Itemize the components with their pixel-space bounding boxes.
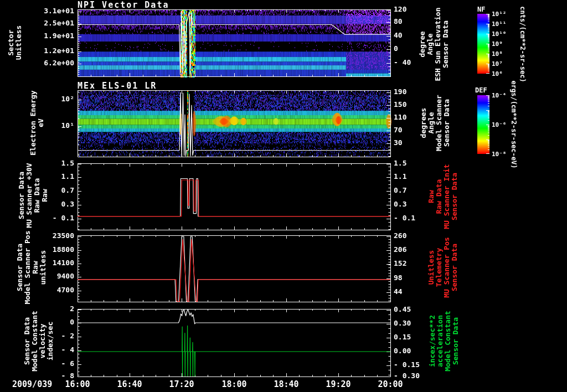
nf-colorbar-units: cnts/(cm**2-sr-sec) bbox=[519, 6, 527, 82]
x-tick-label: 16:00 bbox=[58, 379, 97, 389]
y-tick-label: 2 bbox=[42, 305, 74, 313]
colorbar-tick-label: 10⁻⁸ bbox=[492, 151, 516, 158]
y-tick-label: 1.5 bbox=[42, 159, 74, 167]
right-y-tick-label: 98 bbox=[394, 274, 429, 282]
right-y-tick-label: 40 bbox=[394, 31, 429, 39]
panel4-right-axis-label: Sensor Data MU Scanner Pos Telemetry Uni… bbox=[427, 237, 458, 298]
y-tick-label: - 6 bbox=[42, 359, 74, 368]
y-tick-label: 23500 bbox=[42, 231, 74, 240]
y-tick-label: 0.3 bbox=[42, 200, 74, 208]
y-tick-label: 0.7 bbox=[42, 186, 74, 194]
right-y-tick-label: - 0.30 bbox=[394, 372, 429, 380]
y-tick-label: 2.5e+01 bbox=[42, 19, 74, 27]
colorbar-tick-label: 10⁸ bbox=[492, 50, 516, 58]
colorbar-tick-label: 10¹² bbox=[492, 11, 516, 18]
y-tick-label: 1.2e+01 bbox=[42, 47, 74, 55]
right-y-tick-label: 1.5 bbox=[394, 159, 429, 167]
panel3-right-axis-label: Sensor Data MU Scanner Init Raw Data Raw bbox=[427, 164, 458, 229]
plots-canvas bbox=[0, 0, 567, 392]
colorbar-tick-label: 10¹¹ bbox=[492, 20, 516, 28]
right-y-tick-label: 0.3 bbox=[394, 200, 429, 208]
x-tick-label: 17:20 bbox=[162, 379, 201, 389]
panel1-title: NPI Vector Data bbox=[78, 0, 169, 10]
right-y-tick-label: 152 bbox=[394, 259, 429, 267]
y-tick-label: 1.9e+01 bbox=[42, 32, 74, 40]
colorbar-tick-label: 10¹⁰ bbox=[492, 30, 516, 38]
colorbar-tick-label: 10⁶ bbox=[492, 70, 516, 78]
right-y-tick-label: 0.7 bbox=[394, 186, 429, 194]
y-tick-label: 0 bbox=[42, 318, 74, 326]
right-y-tick-label: 0 bbox=[394, 44, 429, 53]
y-tick-label: 14100 bbox=[42, 259, 74, 267]
def-colorbar-title: DEF bbox=[475, 86, 487, 94]
colorbar-tick-label: 10⁹ bbox=[492, 40, 516, 48]
right-y-tick-label: 120 bbox=[394, 5, 429, 13]
y-tick-label: - 8 bbox=[42, 372, 74, 380]
y-tick-label: 6.2e+00 bbox=[42, 59, 74, 67]
x-tick-label: 16:40 bbox=[110, 379, 149, 389]
right-y-tick-label: 260 bbox=[394, 231, 429, 240]
x-tick-label: 18:40 bbox=[267, 379, 306, 389]
right-y-tick-label: 70 bbox=[394, 126, 429, 134]
y-tick-label: 18800 bbox=[42, 245, 74, 254]
right-y-tick-label: 206 bbox=[394, 245, 429, 254]
y-tick-label: 1.1 bbox=[42, 172, 74, 180]
panel2-title: MEx ELS-01 LR bbox=[78, 81, 157, 91]
y-tick-label: 10¹ bbox=[42, 121, 74, 130]
panel1-y-axis-label: Sector Unitless bbox=[7, 25, 23, 60]
y-tick-label: 3.1e+01 bbox=[42, 7, 74, 15]
right-y-tick-label: 0.45 bbox=[394, 305, 429, 313]
right-y-tick-label: 0.15 bbox=[394, 333, 429, 341]
right-y-tick-label: 150 bbox=[394, 100, 429, 109]
right-y-tick-label: 190 bbox=[394, 87, 429, 96]
x-tick-label: 19:20 bbox=[319, 379, 358, 389]
colorbar-tick-label: 10⁻⁴ bbox=[492, 92, 516, 99]
right-y-tick-label: 0.30 bbox=[394, 319, 429, 327]
panel5-right-axis-label: Sensor Data Model Constant acceleration … bbox=[429, 311, 460, 372]
nf-colorbar-title: NF bbox=[477, 6, 485, 13]
plot-screen: NPI Vector Data MEx ELS-01 LR Sector Uni… bbox=[0, 0, 567, 392]
right-y-tick-label: 1.1 bbox=[394, 172, 429, 180]
right-y-tick-label: - 0.1 bbox=[394, 214, 429, 222]
right-y-tick-label: 44 bbox=[394, 287, 429, 296]
y-tick-label: - 2 bbox=[42, 332, 74, 340]
right-y-tick-label: - 0.15 bbox=[394, 360, 429, 369]
y-tick-label: 4700 bbox=[42, 286, 74, 294]
colorbar-tick-label: 10⁻⁶ bbox=[492, 121, 516, 128]
y-tick-label: - 4 bbox=[42, 345, 74, 354]
right-y-tick-label: 30 bbox=[394, 138, 429, 147]
y-tick-label: 10² bbox=[42, 95, 74, 103]
x-tick-label: 18:00 bbox=[215, 379, 254, 389]
right-y-tick-label: 0.00 bbox=[394, 347, 429, 355]
right-y-tick-label: - 40 bbox=[394, 58, 429, 66]
colorbar-tick-label: 10⁷ bbox=[492, 60, 516, 68]
y-tick-label: 9400 bbox=[42, 272, 74, 280]
x-tick-label: 20:00 bbox=[371, 379, 410, 389]
right-y-tick-label: 80 bbox=[394, 17, 429, 25]
y-tick-label: - 0.1 bbox=[42, 214, 74, 222]
right-y-tick-label: 110 bbox=[394, 113, 429, 121]
